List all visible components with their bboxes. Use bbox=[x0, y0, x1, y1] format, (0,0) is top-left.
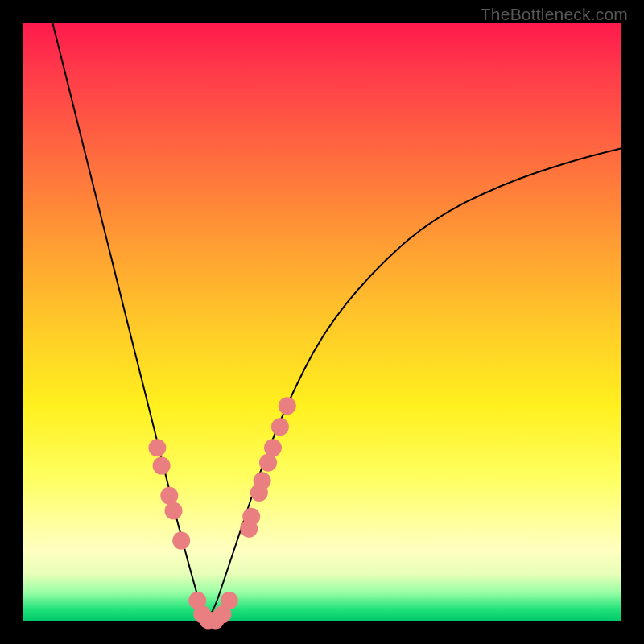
data-marker bbox=[242, 508, 260, 526]
data-marker bbox=[160, 487, 178, 505]
data-marker bbox=[165, 502, 183, 519]
watermark-text: TheBottleneck.com bbox=[481, 5, 628, 24]
data-marker bbox=[254, 472, 271, 489]
data-marker bbox=[221, 592, 238, 609]
data-marker bbox=[153, 457, 171, 475]
data-marker bbox=[271, 418, 289, 436]
data-marker bbox=[264, 439, 282, 456]
bottleneck-curve bbox=[52, 23, 621, 617]
data-marker bbox=[148, 439, 166, 456]
data-marker bbox=[259, 454, 277, 472]
chart-svg bbox=[23, 23, 621, 621]
data-marker bbox=[172, 532, 190, 550]
plot-area bbox=[23, 23, 621, 621]
chart-frame: TheBottleneck.com bbox=[0, 0, 644, 644]
data-markers bbox=[148, 397, 295, 629]
data-marker bbox=[279, 397, 296, 415]
